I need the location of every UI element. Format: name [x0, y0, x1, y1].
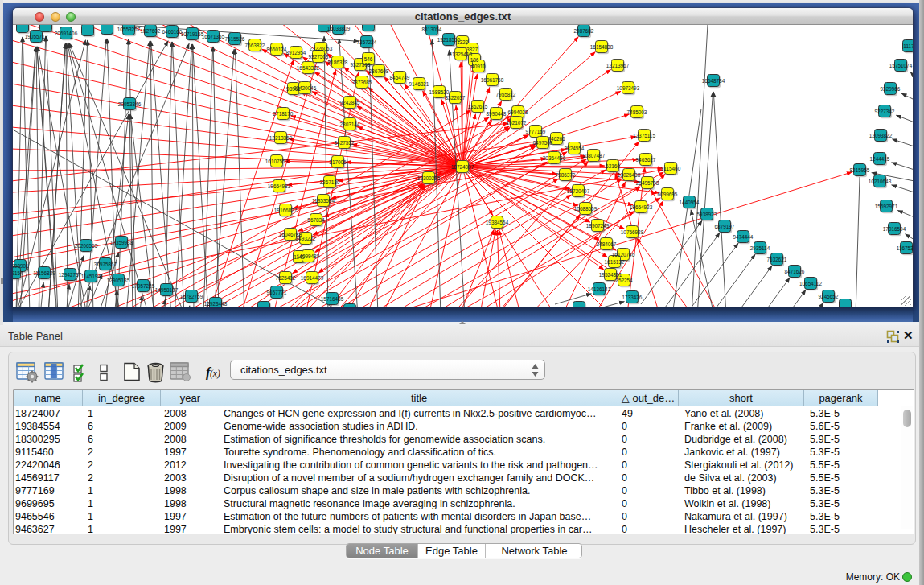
svg-text:15300295: 15300295	[417, 175, 441, 181]
svg-text:8427552: 8427552	[335, 140, 355, 146]
svg-text:1588520: 1588520	[429, 89, 450, 95]
svg-text:16107553: 16107553	[265, 159, 289, 164]
svg-text:15720407: 15720407	[567, 188, 590, 194]
svg-text:1145194: 1145194	[81, 274, 101, 279]
svg-text:18724007: 18724007	[451, 164, 474, 170]
svg-text:30975867: 30975867	[94, 262, 117, 267]
svg-text:12213967: 12213967	[606, 63, 630, 68]
svg-text:10973493: 10973493	[617, 85, 640, 91]
svg-text:7625402: 7625402	[276, 275, 296, 281]
svg-text:8322037: 8322037	[446, 95, 466, 101]
svg-text:8990448: 8990448	[487, 111, 507, 117]
svg-text:9115460: 9115460	[661, 166, 681, 171]
svg-text:20206565: 20206565	[75, 243, 98, 249]
svg-text:9245652: 9245652	[819, 294, 839, 299]
svg-text:12923448: 12923448	[204, 301, 228, 307]
svg-text:19524851: 19524851	[599, 272, 622, 278]
svg-text:9227342: 9227342	[875, 109, 895, 114]
svg-text:9242845: 9242845	[340, 100, 360, 105]
svg-text:14099489: 14099489	[297, 253, 320, 259]
svg-text:17359938: 17359938	[110, 240, 133, 245]
svg-text:939154: 939154	[13, 270, 23, 276]
svg-text:5938923: 5938923	[697, 212, 717, 217]
svg-text:9474444: 9474444	[733, 234, 754, 240]
svg-text:10807487: 10807487	[582, 153, 606, 159]
svg-text:2935114: 2935114	[750, 245, 770, 251]
svg-text:12213369: 12213369	[269, 135, 293, 141]
svg-text:18907249: 18907249	[586, 223, 610, 229]
svg-text:10719155: 10719155	[181, 31, 204, 37]
svg-text:16154838: 16154838	[590, 44, 614, 50]
svg-text:993901: 993901	[13, 263, 29, 269]
svg-text:1621072: 1621072	[507, 120, 527, 126]
svg-text:9463627: 9463627	[636, 157, 656, 163]
svg-text:7515526: 7515526	[225, 36, 245, 42]
svg-text:17016504: 17016504	[883, 226, 906, 232]
svg-text:8215955: 8215955	[850, 167, 870, 173]
svg-text:7663822: 7663822	[245, 43, 265, 48]
svg-text:317006: 317006	[329, 159, 347, 165]
svg-text:14136141: 14136141	[588, 286, 611, 292]
svg-text:7632621: 7632621	[767, 257, 787, 262]
svg-text:1527602: 1527602	[141, 28, 161, 34]
svg-text:40910: 40910	[471, 64, 486, 69]
svg-text:16543382: 16543382	[297, 65, 320, 71]
svg-text:1167533: 1167533	[897, 245, 913, 251]
svg-text:2803144: 2803144	[340, 122, 360, 127]
svg-text:19055712: 19055712	[25, 34, 48, 39]
svg-text:15692971: 15692971	[875, 204, 898, 209]
svg-text:7955812: 7955812	[496, 92, 516, 97]
svg-text:1322: 1322	[457, 39, 469, 45]
svg-text:867834: 867834	[307, 217, 325, 223]
svg-text:1733426: 1733426	[622, 295, 643, 300]
svg-text:252254: 252254	[615, 278, 633, 283]
svg-text:16782759: 16782759	[180, 294, 203, 299]
svg-text:23420046: 23420046	[294, 85, 317, 91]
svg-text:7986372: 7986372	[556, 172, 576, 178]
svg-text:1615132: 1615132	[605, 259, 625, 265]
svg-text:23226053: 23226053	[310, 46, 333, 51]
svg-text:10688609: 10688609	[574, 206, 598, 212]
svg-text:12375115: 12375115	[633, 133, 655, 138]
svg-text:8186328: 8186328	[328, 60, 348, 65]
svg-text:6879197: 6879197	[715, 224, 735, 229]
svg-text:16648784: 16648784	[702, 78, 725, 84]
svg-text:11353594: 11353594	[312, 198, 335, 204]
svg-text:3484067: 3484067	[597, 241, 617, 247]
svg-text:9657771: 9657771	[267, 290, 287, 295]
svg-text:10553267: 10553267	[117, 27, 141, 32]
svg-text:(x): (x)	[210, 369, 220, 379]
svg-text:8471626: 8471626	[785, 269, 805, 274]
svg-text:11156829: 11156829	[33, 270, 55, 276]
svg-text:9777169: 9777169	[526, 129, 546, 134]
svg-text:20691406: 20691406	[55, 31, 78, 36]
svg-text:20053346: 20053346	[118, 101, 142, 107]
svg-text:8454749: 8454749	[390, 75, 410, 80]
svg-text:8660124: 8660124	[267, 47, 287, 52]
svg-text:6466160: 6466160	[162, 29, 183, 35]
svg-text:1244415: 1244415	[870, 156, 890, 162]
svg-text:11325419: 11325419	[450, 51, 472, 57]
svg-text:9146821: 9146821	[409, 81, 429, 87]
svg-text:746266: 746266	[548, 136, 565, 142]
svg-text:25495798: 25495798	[636, 180, 659, 186]
svg-text:10756928: 10756928	[621, 229, 644, 235]
svg-text:186: 186	[470, 57, 479, 63]
svg-text:16120746: 16120746	[612, 252, 635, 257]
svg-text:9327503: 9327503	[309, 54, 329, 60]
svg-text:15716485: 15716485	[321, 296, 344, 302]
svg-text:10210643: 10210643	[869, 179, 892, 184]
svg-text:16671355: 16671355	[202, 34, 225, 39]
svg-text:1117: 1117	[903, 43, 913, 49]
svg-text:7485003: 7485003	[627, 109, 647, 115]
svg-text:1362615: 1362615	[468, 104, 488, 109]
svg-text:15751074: 15751074	[889, 63, 913, 68]
svg-text:20364436: 20364436	[543, 155, 566, 161]
svg-text:16961758: 16961758	[481, 77, 504, 83]
svg-text:9329966: 9329966	[881, 86, 901, 92]
svg-text:12093822: 12093822	[869, 133, 893, 138]
svg-text:16914479: 16914479	[301, 275, 324, 281]
svg-text:3267130: 3267130	[320, 179, 340, 185]
svg-text:17957225: 17957225	[132, 283, 155, 289]
svg-text:1440954: 1440954	[680, 200, 700, 205]
